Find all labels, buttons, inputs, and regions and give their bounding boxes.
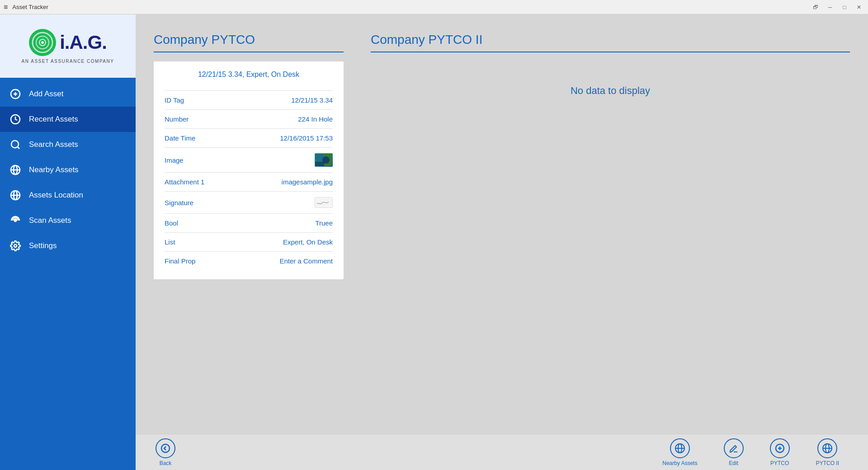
table-row: ID Tag 12/21/15 3.34 (165, 90, 333, 109)
table-row: Signature (165, 191, 333, 213)
svg-point-8 (11, 141, 19, 148)
logo-subtitle: AN ASSET ASSURANCE COMPANY (22, 59, 114, 64)
value-bool: Truee (315, 219, 333, 227)
bottom-pytco-ii-button[interactable]: PYTCO II (816, 438, 839, 466)
sidebar-item-assets-location[interactable]: Assets Location (0, 183, 136, 208)
sidebar-nav: Add Asset Recent Assets (0, 78, 136, 258)
maximize-button[interactable]: □ (839, 2, 850, 13)
nearby-assets-label: Nearby Assets (29, 165, 79, 174)
close-button[interactable]: ✕ (854, 2, 864, 13)
table-row: List Expert, On Desk (165, 232, 333, 251)
restore-button[interactable]: 🗗 (810, 2, 821, 13)
recent-assets-icon (9, 113, 22, 126)
table-row: Number 224 In Hole (165, 109, 333, 128)
back-label: Back (160, 460, 172, 466)
right-panel-title: Company PYTCO II (371, 33, 850, 52)
sidebar-item-search-assets[interactable]: Search Assets (0, 132, 136, 157)
value-list: Expert, On Desk (283, 238, 333, 246)
settings-label: Settings (29, 241, 57, 250)
scan-assets-icon (9, 214, 22, 227)
value-id-tag: 12/21/15 3.34 (291, 96, 333, 104)
search-assets-icon (9, 138, 22, 151)
sidebar-item-recent-assets[interactable]: Recent Assets (0, 107, 136, 132)
bottom-pytco-ii-label: PYTCO II (816, 460, 839, 466)
content-area: Company PYTCO 12/21/15 3.34, Expert, On … (136, 14, 868, 470)
svg-point-23 (161, 444, 170, 452)
back-icon (156, 438, 175, 458)
table-row: Date Time 12/16/2015 17:53 (165, 128, 333, 147)
svg-line-9 (18, 147, 19, 149)
add-asset-icon (9, 88, 22, 100)
value-attachment: imagesample.jpg (282, 178, 333, 186)
logo-circle (29, 29, 56, 56)
sidebar-item-add-asset[interactable]: Add Asset (0, 81, 136, 107)
window-controls: 🗗 ─ □ ✕ (810, 2, 864, 13)
bottom-edit-label: Edit (729, 460, 738, 466)
sidebar: i.A.G. AN ASSET ASSURANCE COMPANY Add As… (0, 14, 136, 470)
bottom-nearby-assets-icon (670, 438, 690, 458)
field-image: Image (165, 156, 184, 164)
field-id-tag: ID Tag (165, 96, 184, 104)
no-data-text: No data to display (371, 85, 850, 97)
table-row: Image (165, 147, 333, 172)
sidebar-item-settings[interactable]: Settings (0, 233, 136, 258)
table-row: Attachment 1 imagesample.jpg (165, 172, 333, 191)
field-date-time: Date Time (165, 134, 195, 142)
value-number: 224 In Hole (298, 115, 333, 123)
field-number: Number (165, 115, 189, 123)
svg-point-3 (41, 41, 44, 44)
scan-assets-label: Scan Assets (29, 216, 71, 225)
menu-icon[interactable]: ≡ (4, 3, 8, 11)
bottom-pytco-button[interactable]: PYTCO (770, 438, 790, 466)
field-attachment: Attachment 1 (165, 178, 204, 186)
asset-card: 12/21/15 3.34, Expert, On Desk ID Tag 12… (154, 61, 344, 279)
table-row: Bool Truee (165, 213, 333, 232)
bottom-nearby-assets-label: Nearby Assets (662, 460, 697, 466)
right-panel: Company PYTCO II No data to display (344, 33, 850, 425)
main-container: i.A.G. AN ASSET ASSURANCE COMPANY Add As… (0, 14, 868, 470)
svg-point-17 (14, 244, 17, 247)
bottom-pytco-label: PYTCO (770, 460, 789, 466)
field-list: List (165, 238, 175, 246)
svg-rect-22 (315, 197, 332, 207)
bottom-pytco-ii-icon (817, 438, 837, 458)
field-bool: Bool (165, 219, 178, 227)
svg-rect-21 (315, 162, 324, 166)
bottom-bar: Back Nearby Assets (136, 434, 868, 470)
image-thumbnail[interactable] (315, 153, 333, 167)
logo-tag: i.A.G. (60, 33, 107, 52)
left-panel-title: Company PYTCO (154, 33, 344, 52)
signature-thumbnail[interactable] (315, 197, 333, 208)
sidebar-logo: i.A.G. AN ASSET ASSURANCE COMPANY (0, 14, 136, 78)
nearby-assets-icon (9, 164, 22, 176)
logo-text: i.A.G. (60, 33, 107, 52)
bottom-edit-button[interactable]: Edit (724, 438, 744, 466)
svg-point-16 (14, 220, 16, 221)
assets-location-icon (9, 189, 22, 202)
recent-assets-label: Recent Assets (29, 115, 78, 124)
title-bar: ≡ Asset Tracker 🗗 ─ □ ✕ (0, 0, 868, 14)
main-content: Company PYTCO 12/21/15 3.34, Expert, On … (136, 14, 868, 434)
settings-icon (9, 240, 22, 252)
add-asset-label: Add Asset (29, 89, 64, 99)
logo: i.A.G. AN ASSET ASSURANCE COMPANY (22, 29, 114, 64)
left-panel: Company PYTCO 12/21/15 3.34, Expert, On … (154, 33, 344, 425)
field-signature: Signature (165, 199, 193, 207)
table-row: Final Prop Enter a Comment (165, 251, 333, 270)
sidebar-item-nearby-assets[interactable]: Nearby Assets (0, 157, 136, 183)
bottom-pytco-icon (770, 438, 790, 458)
value-final-prop: Enter a Comment (279, 257, 333, 265)
search-assets-label: Search Assets (29, 140, 78, 149)
field-final-prop: Final Prop (165, 257, 195, 265)
sidebar-item-scan-assets[interactable]: Scan Assets (0, 208, 136, 233)
asset-card-header: 12/21/15 3.34, Expert, On Desk (165, 70, 333, 83)
bottom-nearby-assets-button[interactable]: Nearby Assets (662, 438, 697, 466)
value-date-time: 12/16/2015 17:53 (280, 134, 333, 142)
back-button[interactable]: Back (156, 438, 175, 466)
bottom-edit-icon (724, 438, 744, 458)
app-title: Asset Tracker (12, 4, 48, 10)
assets-location-label: Assets Location (29, 191, 83, 200)
bottom-right-actions: Nearby Assets Edit (651, 438, 850, 466)
minimize-button[interactable]: ─ (825, 2, 835, 13)
